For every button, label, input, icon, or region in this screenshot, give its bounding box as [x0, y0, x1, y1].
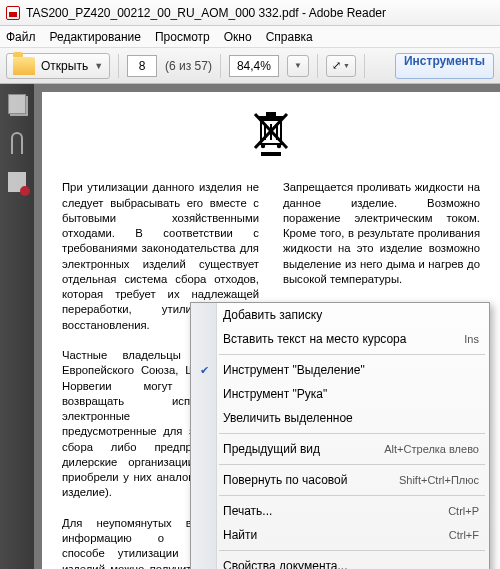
context-menu-item[interactable]: Повернуть по часовойShift+Ctrl+Плюс: [191, 468, 489, 492]
attachments-icon[interactable]: [11, 132, 23, 154]
signatures-icon[interactable]: [8, 172, 26, 192]
zoom-dropdown-button[interactable]: ▼: [287, 55, 309, 77]
menu-item-label: Добавить записку: [223, 308, 479, 322]
chevron-down-icon: ▼: [94, 61, 103, 71]
menu-window[interactable]: Окно: [224, 30, 252, 44]
menu-edit[interactable]: Редактирование: [50, 30, 141, 44]
menu-item-label: Инструмент "Выделение": [223, 363, 479, 377]
navigation-pane: [0, 84, 34, 569]
menu-item-label: Повернуть по часовой: [223, 473, 391, 487]
svg-rect-4: [259, 116, 283, 120]
zoom-input[interactable]: [229, 55, 279, 77]
menu-item-shortcut: Ctrl+P: [448, 505, 479, 517]
title-bar: TAS200_PZ420_00212_00_RU_AOM_000 332.pdf…: [0, 0, 500, 26]
toolbar-separator: [317, 54, 318, 78]
context-menu-item[interactable]: Инструмент "Рука": [191, 382, 489, 406]
page-number-input[interactable]: [127, 55, 157, 77]
check-icon: ✔: [197, 363, 211, 377]
menu-divider: [219, 433, 485, 434]
context-menu-item[interactable]: Вставить текст на место курсораIns: [191, 327, 489, 351]
menu-item-label: Найти: [223, 528, 441, 542]
toolbar-separator: [364, 54, 365, 78]
chevron-down-icon: ▼: [294, 61, 302, 70]
window-title: TAS200_PZ420_00212_00_RU_AOM_000 332.pdf…: [26, 6, 386, 20]
menu-divider: [219, 495, 485, 496]
svg-point-7: [277, 144, 281, 148]
menu-item-shortcut: Shift+Ctrl+Плюс: [399, 474, 479, 486]
menu-item-shortcut: Ins: [464, 333, 479, 345]
page-thumbnails-icon[interactable]: [8, 94, 26, 114]
tools-label: Инструменты: [404, 54, 485, 68]
context-menu-item[interactable]: Свойства документа...: [191, 554, 489, 569]
chevron-down-icon: ▼: [343, 62, 350, 69]
read-mode-button[interactable]: ⤢ ▼: [326, 55, 356, 77]
context-menu-item[interactable]: ✔Инструмент "Выделение": [191, 358, 489, 382]
svg-rect-5: [266, 112, 276, 116]
open-label: Открыть: [41, 59, 88, 73]
weee-symbol: [62, 112, 480, 162]
menu-divider: [219, 550, 485, 551]
context-menu-item[interactable]: Печать...Ctrl+P: [191, 499, 489, 523]
svg-point-6: [261, 144, 265, 148]
menu-item-label: Свойства документа...: [223, 559, 479, 569]
menu-bar: Файл Редактирование Просмотр Окно Справк…: [0, 26, 500, 48]
menu-help[interactable]: Справка: [266, 30, 313, 44]
menu-item-label: Увеличить выделенное: [223, 411, 479, 425]
svg-rect-10: [261, 152, 281, 156]
menu-item-shortcut: Alt+Стрелка влево: [384, 443, 479, 455]
menu-view[interactable]: Просмотр: [155, 30, 210, 44]
toolbar-separator: [220, 54, 221, 78]
menu-divider: [219, 464, 485, 465]
menu-file[interactable]: Файл: [6, 30, 36, 44]
menu-item-label: Инструмент "Рука": [223, 387, 479, 401]
menu-item-label: Печать...: [223, 504, 440, 518]
tools-panel-button[interactable]: Инструменты: [395, 53, 494, 79]
toolbar-separator: [118, 54, 119, 78]
context-menu-item[interactable]: НайтиCtrl+F: [191, 523, 489, 547]
menu-divider: [219, 354, 485, 355]
toolbar: Открыть ▼ (6 из 57) ▼ ⤢ ▼ Инструменты: [0, 48, 500, 84]
context-menu-item[interactable]: Предыдущий видAlt+Стрелка влево: [191, 437, 489, 461]
app-icon: [6, 6, 20, 20]
open-button[interactable]: Открыть ▼: [6, 53, 110, 79]
context-menu: Добавить запискуВставить текст на место …: [190, 302, 490, 569]
folder-open-icon: [13, 57, 35, 75]
context-menu-item[interactable]: Добавить записку: [191, 303, 489, 327]
menu-item-label: Предыдущий вид: [223, 442, 376, 456]
context-menu-item[interactable]: Увеличить выделенное: [191, 406, 489, 430]
menu-item-shortcut: Ctrl+F: [449, 529, 479, 541]
page-count-label: (6 из 57): [165, 59, 212, 73]
crossed-bin-icon: [251, 112, 291, 158]
expand-icon: ⤢: [332, 59, 341, 72]
menu-item-label: Вставить текст на место курсора: [223, 332, 456, 346]
